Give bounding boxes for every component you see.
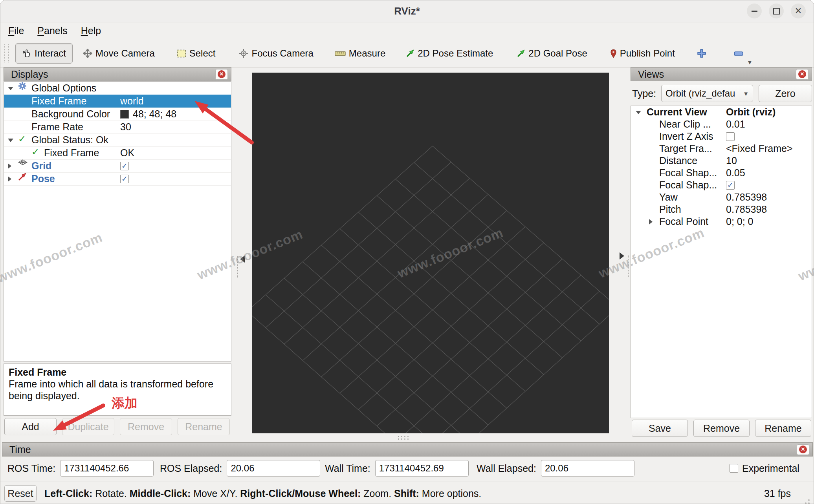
zero-button[interactable]: Zero <box>759 85 812 102</box>
add-button[interactable]: Add <box>4 418 57 435</box>
display-row-background-color[interactable]: Background Color48; 48; 48 <box>4 108 231 121</box>
tool-remove-tool[interactable]: ▼ <box>732 44 745 63</box>
tool-interact[interactable]: Interact <box>15 43 73 64</box>
expander-closed-icon[interactable] <box>8 176 11 182</box>
view-row-target-fra[interactable]: Target Fra...<Fixed Frame> <box>631 142 812 155</box>
tool-move-camera[interactable]: Move Camera <box>81 44 156 63</box>
left-splitter-dots <box>237 256 238 278</box>
row-value: 0.785398 <box>726 203 767 215</box>
view-row-distance[interactable]: Distance10 <box>631 155 812 167</box>
row-label: Focal Shap... <box>659 179 717 191</box>
time-close-button[interactable]: ✕ <box>797 444 809 455</box>
minimize-icon <box>752 11 757 12</box>
row-label: Global Status: Ok <box>31 133 108 146</box>
views-tree[interactable]: Current ViewOrbit (rviz)Near Clip ...0.0… <box>631 106 812 418</box>
expander-open-icon[interactable] <box>8 87 13 90</box>
experimental-label: Experimental <box>742 463 799 474</box>
remove-button[interactable]: Remove <box>693 420 750 437</box>
displays-panel-header: Displays ✕ <box>4 67 231 81</box>
mouse-help-text: Left-Click: Rotate. Middle-Click: Move X… <box>44 482 481 504</box>
view-row-pitch[interactable]: Pitch0.785398 <box>631 203 812 215</box>
view-type-select[interactable]: Orbit (rviz_defau ▼ <box>661 85 753 102</box>
menu-panels[interactable]: Panels <box>37 25 67 37</box>
pose-icon <box>18 172 27 185</box>
display-row-global-status-ok[interactable]: ✓Global Status: Ok <box>4 133 231 147</box>
plus-icon <box>697 49 706 58</box>
chevron-down-icon[interactable]: ▼ <box>747 59 753 66</box>
row-value: 10 <box>726 155 737 167</box>
display-row-global-options[interactable]: Global Options <box>4 82 231 95</box>
minimize-button[interactable] <box>747 4 762 18</box>
wall-elapsed-input[interactable] <box>541 460 634 477</box>
hand-icon <box>22 49 31 58</box>
display-row-fixed-frame[interactable]: ✓Fixed FrameOK <box>4 146 231 160</box>
row-checkbox[interactable] <box>726 132 735 141</box>
tool-add-tool[interactable] <box>695 44 708 63</box>
menu-file[interactable]: File <box>8 25 24 37</box>
expander-closed-icon[interactable] <box>649 219 653 225</box>
tool-select[interactable]: Select <box>175 44 217 63</box>
tool-measure[interactable]: Measure <box>333 44 387 63</box>
view-row-current-view[interactable]: Current ViewOrbit (rviz) <box>631 106 812 118</box>
row-value: 0.05 <box>726 167 745 179</box>
expander-closed-icon[interactable] <box>8 163 11 169</box>
maximize-button[interactable] <box>769 4 784 18</box>
view-row-invert-z-axis[interactable]: Invert Z Axis <box>631 130 812 142</box>
left-splitter-collapse-handle[interactable] <box>240 256 245 263</box>
ros-time-input[interactable] <box>60 460 154 477</box>
render-viewport[interactable] <box>252 73 609 433</box>
view-type-label: Type: <box>632 84 656 103</box>
close-button[interactable]: ✕ <box>791 4 806 18</box>
row-checkbox[interactable] <box>726 181 735 190</box>
views-close-button[interactable]: ✕ <box>796 69 808 80</box>
tool-focus-camera[interactable]: Focus Camera <box>237 44 315 63</box>
row-checkbox[interactable] <box>120 162 129 170</box>
display-row-frame-rate[interactable]: Frame Rate30 <box>4 121 231 134</box>
display-row-pose[interactable]: Pose <box>4 172 231 186</box>
view-row-yaw[interactable]: Yaw0.785398 <box>631 191 812 203</box>
row-value: Orbit (rviz) <box>726 106 776 118</box>
menu-bar: FilePanelsHelp <box>0 22 814 40</box>
rename-button[interactable]: Rename <box>178 418 230 435</box>
row-label: Target Fra... <box>659 142 712 155</box>
resize-grip[interactable] <box>808 499 810 501</box>
row-checkbox[interactable] <box>120 175 129 183</box>
wall-time-input[interactable] <box>375 460 469 477</box>
remove-button[interactable]: Remove <box>120 418 172 435</box>
expander-open-icon[interactable] <box>8 139 13 142</box>
bottom-splitter-handle[interactable] <box>398 436 399 437</box>
experimental-checkbox[interactable] <box>730 464 738 473</box>
pin-icon <box>610 49 617 58</box>
add-annotation-label: 添加 <box>112 394 138 412</box>
displays-close-button[interactable]: ✕ <box>215 69 228 80</box>
expander-open-icon[interactable] <box>636 111 641 114</box>
tool-label: Publish Point <box>620 48 675 59</box>
display-row-grid[interactable]: Grid <box>4 159 231 173</box>
duplicate-button[interactable]: Duplicate <box>62 418 114 435</box>
view-row-focal-shap[interactable]: Focal Shap... <box>631 179 812 191</box>
right-splitter-collapse-handle[interactable] <box>620 252 624 259</box>
color-swatch[interactable] <box>120 110 129 119</box>
view-row-focal-shap[interactable]: Focal Shap...0.05 <box>631 167 812 179</box>
menu-help[interactable]: Help <box>81 25 101 37</box>
row-label: Grid <box>31 159 51 172</box>
rename-button[interactable]: Rename <box>755 420 811 437</box>
tool-publish-point[interactable]: Publish Point <box>609 44 676 63</box>
reset-button[interactable]: Reset <box>4 485 37 502</box>
time-field-label: ROS Elapsed: <box>160 463 222 474</box>
tool-2d-goal-pose[interactable]: 2D Goal Pose <box>515 44 588 63</box>
save-button[interactable]: Save <box>632 420 688 437</box>
toolbar-grip-handle[interactable] <box>4 44 9 62</box>
tool-2d-pose-estimate[interactable]: 2D Pose Estimate <box>404 44 495 63</box>
view-row-focal-point[interactable]: Focal Point0; 0; 0 <box>631 215 812 228</box>
displays-tree[interactable]: Global OptionsFixed FrameworldBackground… <box>4 81 231 362</box>
row-value: world <box>120 95 144 108</box>
time-field-wall-elapsed: Wall Elapsed: <box>477 459 634 478</box>
row-label: Fixed Frame <box>31 95 86 108</box>
window-title: RViz* <box>0 0 814 22</box>
display-row-fixed-frame[interactable]: Fixed Frameworld <box>4 95 231 108</box>
select-icon <box>177 49 186 58</box>
tool-label: Measure <box>349 48 385 59</box>
view-row-near-clip[interactable]: Near Clip ...0.01 <box>631 118 812 130</box>
ros-elapsed-input[interactable] <box>227 460 320 477</box>
